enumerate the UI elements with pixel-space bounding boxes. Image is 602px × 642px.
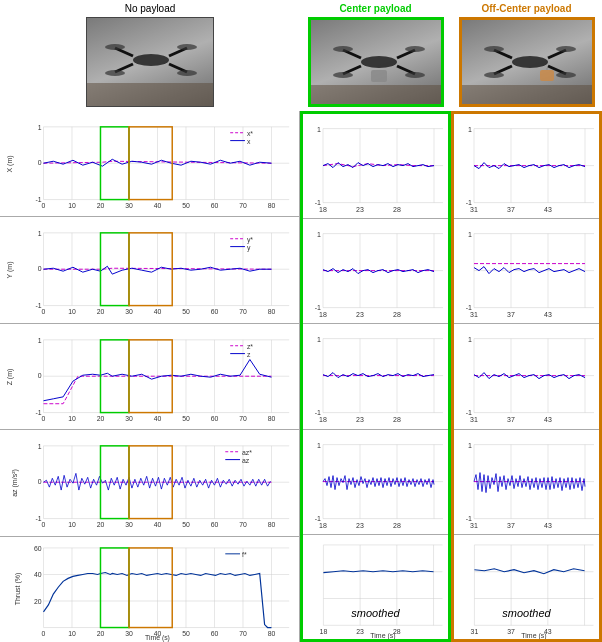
svg-text:80: 80 <box>268 202 276 209</box>
offcenter-payload-image <box>459 17 595 107</box>
svg-point-1 <box>133 54 169 66</box>
svg-text:30: 30 <box>125 415 133 422</box>
svg-text:37: 37 <box>507 206 515 213</box>
svg-text:Time (s): Time (s) <box>521 632 546 639</box>
svg-text:50: 50 <box>182 202 190 209</box>
left-plot-thrust: Thrust (%) 60 40 20 0 10 20 <box>0 537 300 642</box>
svg-text:31: 31 <box>471 628 479 635</box>
svg-text:31: 31 <box>470 206 478 213</box>
left-plot-x: X (m) 1 0 -1 0 <box>0 111 300 217</box>
svg-text:1: 1 <box>317 231 321 238</box>
svg-text:1: 1 <box>317 336 321 343</box>
svg-text:1: 1 <box>38 124 42 131</box>
offcenter-payload-header: Off-Center payload <box>451 0 602 111</box>
svg-text:70: 70 <box>239 202 247 209</box>
svg-text:70: 70 <box>239 415 247 422</box>
svg-text:31: 31 <box>470 311 478 318</box>
svg-text:18: 18 <box>319 311 327 318</box>
svg-text:18: 18 <box>319 416 327 423</box>
svg-point-9 <box>177 70 197 76</box>
svg-text:1: 1 <box>468 231 472 238</box>
svg-point-17 <box>405 46 425 52</box>
svg-text:30: 30 <box>125 202 133 209</box>
svg-text:23: 23 <box>356 206 364 213</box>
svg-text:1: 1 <box>38 230 42 237</box>
svg-text:60: 60 <box>211 309 219 316</box>
svg-point-28 <box>556 46 576 52</box>
svg-text:10: 10 <box>68 202 76 209</box>
svg-text:1: 1 <box>317 126 321 133</box>
svg-point-30 <box>556 72 576 78</box>
plots-area: X (m) 1 0 -1 0 <box>0 111 602 642</box>
left-ylabel-az: az (m/s²) <box>11 469 18 497</box>
svg-text:20: 20 <box>97 522 105 529</box>
svg-text:10: 10 <box>68 522 76 529</box>
svg-text:x: x <box>247 138 251 145</box>
center-plot-z: 1 -1 18 23 28 <box>303 324 448 429</box>
svg-text:0: 0 <box>38 159 42 166</box>
left-ylabel-thrust: Thrust (%) <box>14 573 21 606</box>
svg-text:80: 80 <box>268 522 276 529</box>
svg-text:0: 0 <box>42 522 46 529</box>
center-payload-header: Center payload <box>300 0 451 111</box>
svg-text:50: 50 <box>182 309 190 316</box>
right-plots: 1 -1 18 23 28 <box>300 111 602 642</box>
center-plot-x: 1 -1 18 23 28 <box>303 114 448 219</box>
svg-rect-180 <box>129 548 172 628</box>
offcenter-plot-y: 1 -1 31 37 43 <box>454 219 599 324</box>
svg-text:37: 37 <box>507 628 515 635</box>
svg-text:Time (s): Time (s) <box>370 632 395 639</box>
svg-text:23: 23 <box>356 628 364 635</box>
svg-text:40: 40 <box>154 415 162 422</box>
svg-text:-1: -1 <box>466 304 472 311</box>
left-plots-column: X (m) 1 0 -1 0 <box>0 111 300 642</box>
svg-text:23: 23 <box>356 416 364 423</box>
offcenter-plot-thrust: 31 37 43 Time (s) smoothed <box>454 535 599 639</box>
svg-text:-1: -1 <box>466 409 472 416</box>
svg-text:10: 10 <box>68 415 76 422</box>
svg-text:80: 80 <box>268 415 276 422</box>
svg-text:40: 40 <box>34 571 42 578</box>
svg-text:-1: -1 <box>315 409 321 416</box>
svg-text:60: 60 <box>211 630 219 637</box>
svg-text:-1: -1 <box>466 514 472 521</box>
svg-text:18: 18 <box>319 521 327 528</box>
svg-text:37: 37 <box>507 521 515 528</box>
svg-text:30: 30 <box>125 309 133 316</box>
svg-text:28: 28 <box>393 311 401 318</box>
svg-text:0: 0 <box>42 202 46 209</box>
svg-text:f*: f* <box>242 550 247 557</box>
no-payload-image <box>86 17 214 107</box>
svg-text:80: 80 <box>268 630 276 637</box>
svg-text:43: 43 <box>544 521 552 528</box>
svg-point-18 <box>333 72 353 78</box>
svg-text:28: 28 <box>393 206 401 213</box>
svg-text:1: 1 <box>468 336 472 343</box>
svg-text:80: 80 <box>268 309 276 316</box>
center-payload-column: 1 -1 18 23 28 <box>300 111 451 642</box>
svg-text:70: 70 <box>239 522 247 529</box>
svg-text:50: 50 <box>182 630 190 637</box>
no-payload-label: No payload <box>125 3 176 14</box>
offcenter-plot-x: 1 -1 31 37 43 <box>454 114 599 219</box>
left-plot-az: az (m/s²) 1 0 -1 0 10 20 30 <box>0 430 300 536</box>
svg-text:60: 60 <box>211 202 219 209</box>
svg-text:23: 23 <box>356 521 364 528</box>
left-ylabel-z: Z (m) <box>6 368 13 385</box>
offcenter-plot-az: 1 -1 31 37 43 <box>454 430 599 535</box>
svg-text:40: 40 <box>154 202 162 209</box>
svg-point-7 <box>177 44 197 50</box>
svg-text:0: 0 <box>38 372 42 379</box>
offcenter-plot-z: 1 -1 31 37 43 <box>454 324 599 429</box>
svg-point-6 <box>105 44 125 50</box>
svg-point-27 <box>484 46 504 52</box>
svg-text:31: 31 <box>470 416 478 423</box>
svg-text:30: 30 <box>125 630 133 637</box>
svg-text:40: 40 <box>154 522 162 529</box>
svg-text:z: z <box>247 350 251 357</box>
svg-text:28: 28 <box>393 521 401 528</box>
svg-text:43: 43 <box>544 206 552 213</box>
left-ylabel-x: X (m) <box>6 155 13 172</box>
svg-text:37: 37 <box>507 416 515 423</box>
svg-text:z*: z* <box>247 343 253 350</box>
